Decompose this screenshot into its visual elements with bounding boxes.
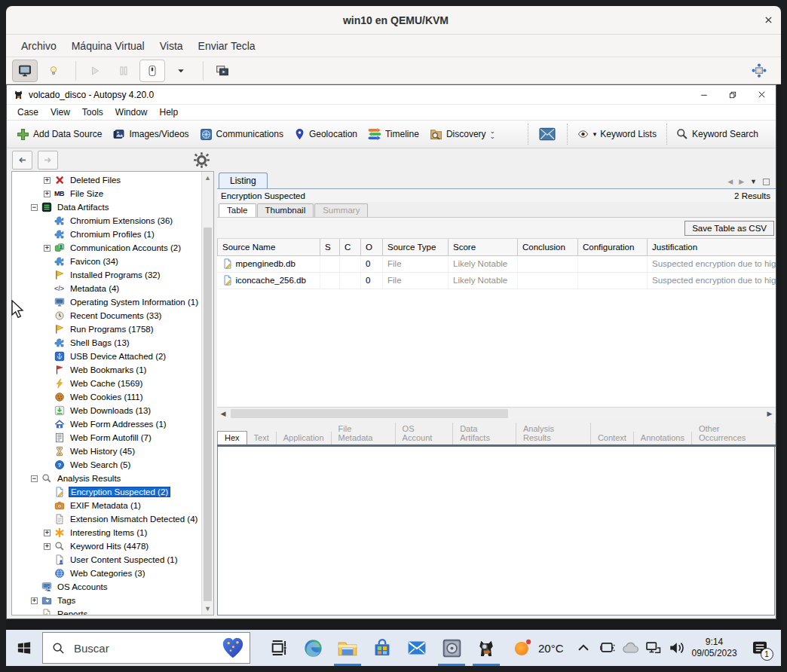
column-header-conclusion[interactable]: Conclusion — [518, 239, 578, 255]
column-header-c[interactable]: C — [340, 239, 361, 255]
back-button[interactable] — [12, 151, 32, 170]
tree-scrollbar[interactable]: ▲ ▼ — [201, 172, 213, 615]
column-header-configuration[interactable]: Configuration — [578, 239, 648, 255]
vm-shutdown-button[interactable] — [139, 60, 165, 82]
table-row[interactable]: iconcache_256.db0FileLikely NotableSuspe… — [218, 272, 776, 289]
taskbar-app-task-view[interactable] — [261, 630, 296, 666]
tree-item-keyword-hits-4478[interactable]: +Keyword Hits (4478) — [12, 539, 201, 553]
tree-item-communication-accounts-2[interactable]: +Communication Accounts (2) — [12, 241, 201, 255]
tree-item-user-content-suspected-1[interactable]: User Content Suspected (1) — [12, 553, 201, 567]
minimize-button[interactable] — [690, 85, 718, 105]
expand-minus-box[interactable]: − — [31, 204, 38, 211]
vm-close-button[interactable] — [755, 9, 781, 32]
vm-run-button[interactable] — [82, 60, 108, 82]
tree-item-web-form-autofill-7[interactable]: Web Form Autofill (7) — [12, 431, 201, 444]
vm-details-button[interactable] — [41, 60, 66, 82]
vm-menu-archivo[interactable]: Archivo — [14, 37, 64, 55]
tab-scroll-left-icon[interactable]: ◀ — [727, 178, 733, 185]
tree-item-web-cookies-111[interactable]: Web Cookies (111) — [12, 390, 201, 404]
restore-button[interactable] — [718, 85, 747, 105]
expand-plus-box[interactable]: + — [44, 543, 51, 550]
tree-item-chromium-extensions-36[interactable]: Chromium Extensions (36) — [12, 214, 201, 228]
tree-item-operating-system-information-1[interactable]: Operating System Information (1) — [12, 295, 201, 309]
column-header-score[interactable]: Score — [449, 239, 518, 255]
tray-vm-tray-icon[interactable] — [598, 639, 616, 657]
tree-item-tags[interactable]: +Tags — [12, 594, 201, 607]
expand-minus-box[interactable]: − — [31, 475, 38, 482]
taskbar-app-disk-imager[interactable] — [434, 630, 469, 666]
content-tab-annotations[interactable]: Annotations — [634, 432, 692, 444]
tray-speaker-icon[interactable] — [668, 639, 686, 657]
taskbar-app-autopsy[interactable] — [469, 630, 504, 666]
taskbar-clock[interactable]: 9:14 09/05/2023 — [686, 637, 743, 659]
tab-scroll-right-icon[interactable]: ▶ — [739, 178, 744, 185]
expand-plus-box[interactable]: + — [44, 245, 51, 252]
vm-console-button[interactable] — [12, 60, 38, 82]
view-tab-thumbnail[interactable]: Thumbnail — [257, 203, 314, 217]
content-tab-file-metadata[interactable]: File Metadata — [332, 423, 396, 444]
content-tab-hex[interactable]: Hex — [217, 431, 247, 444]
vm-displays-button[interactable] — [210, 60, 235, 82]
tree-item-deleted-files[interactable]: +Deleted Files — [12, 173, 201, 187]
tree-item-web-search-5[interactable]: ?Web Search (5) — [12, 458, 201, 472]
content-tab-analysis-results[interactable]: Analysis Results — [516, 423, 591, 444]
keyword-lists-button[interactable]: ▾Keyword Lists — [571, 126, 662, 142]
column-header-s[interactable]: S — [320, 239, 340, 255]
taskbar-app-microsoft-store[interactable] — [365, 630, 400, 666]
autopsy-menu-window[interactable]: Window — [109, 105, 154, 119]
content-tab-context[interactable]: Context — [591, 432, 634, 444]
scroll-up-arrow[interactable]: ▲ — [202, 172, 213, 184]
tree-item-web-form-addresses-1[interactable]: Web Form Addresses (1) — [12, 417, 201, 431]
taskbar-app-edge[interactable] — [296, 630, 330, 666]
vm-pause-button[interactable] — [111, 60, 136, 82]
taskbar-search-box[interactable]: Buscar — [42, 632, 250, 664]
tree-item-reports[interactable]: Reports — [12, 607, 201, 615]
tree-item-shell-bags-13[interactable]: Shell Bags (13) — [12, 336, 201, 350]
expand-plus-box[interactable]: + — [44, 191, 51, 197]
column-header-o[interactable]: O — [361, 239, 383, 255]
weather-widget[interactable]: 20°C — [504, 638, 573, 658]
tree-item-run-programs-1758[interactable]: Run Programs (1758) — [12, 322, 201, 336]
tab-list-dropdown-icon[interactable]: ▼ — [750, 178, 757, 185]
tree-item-exif-metadata-1[interactable]: EXIF Metadata (1) — [12, 499, 201, 512]
expand-plus-box[interactable]: + — [44, 530, 51, 536]
horizontal-scrollbar-thumb[interactable] — [231, 409, 508, 418]
content-tab-os-account[interactable]: OS Account — [396, 423, 454, 444]
geolocation-button[interactable]: Geolocation — [289, 124, 363, 144]
tree-item-installed-programs-32[interactable]: Installed Programs (32) — [12, 268, 201, 282]
scroll-left-arrow[interactable]: ◀ — [217, 408, 229, 420]
taskbar-app-file-explorer[interactable] — [330, 630, 365, 666]
autopsy-menu-view[interactable]: View — [44, 105, 76, 119]
scroll-down-arrow[interactable]: ▼ — [202, 603, 213, 615]
tree-item-interesting-items-1[interactable]: +Interesting Items (1) — [12, 526, 201, 539]
tree-item-web-downloads-13[interactable]: Web Downloads (13) — [12, 404, 201, 417]
add-data-source-button[interactable]: Add Data Source — [11, 125, 107, 144]
taskbar-app-mail[interactable] — [400, 630, 434, 666]
maximize-panel-icon[interactable] — [763, 179, 770, 185]
tree-item-favicon-34[interactable]: Favicon (34) — [12, 255, 201, 268]
tree-item-encryption-suspected-2[interactable]: Encryption Suspected (2) — [12, 485, 201, 499]
tree-item-extension-mismatch-detected-4[interactable]: Extension Mismatch Detected (4) — [12, 512, 201, 526]
content-tab-data-artifacts[interactable]: Data Artifacts — [453, 423, 516, 444]
communications-button[interactable]: Communications — [194, 125, 289, 144]
tree-item-chromium-profiles-1[interactable]: Chromium Profiles (1) — [12, 228, 201, 241]
content-tab-text[interactable]: Text — [247, 432, 277, 444]
tree-item-usb-device-attached-2[interactable]: USB Device Attached (2) — [12, 350, 201, 363]
autopsy-menu-case[interactable]: Case — [11, 105, 44, 119]
tree-scrollbar-thumb[interactable] — [204, 228, 212, 601]
notification-center-button[interactable]: 1 — [743, 630, 776, 666]
table-row[interactable]: mpenginedb.db0FileLikely NotableSuspecte… — [218, 255, 776, 272]
column-header-justification[interactable]: Justification — [648, 239, 776, 255]
vm-scale-display-button[interactable] — [746, 60, 772, 82]
tree-item-metadata-4[interactable]: </>Metadata (4) — [12, 282, 201, 295]
tab-listing[interactable]: Listing — [219, 173, 268, 188]
messages-button[interactable] — [532, 123, 562, 145]
tray-cloud-icon[interactable] — [621, 639, 639, 657]
expand-plus-box[interactable]: + — [31, 597, 38, 604]
timeline-button[interactable]: Timeline — [363, 124, 424, 144]
vm-menu-enviar-tecla[interactable]: Enviar Tecla — [191, 37, 263, 55]
tree-item-analysis-results[interactable]: −Analysis Results — [12, 472, 201, 485]
images-videos-button[interactable]: Images/Videos — [107, 125, 194, 144]
autopsy-menu-help[interactable]: Help — [154, 105, 185, 119]
close-button[interactable] — [747, 85, 776, 105]
